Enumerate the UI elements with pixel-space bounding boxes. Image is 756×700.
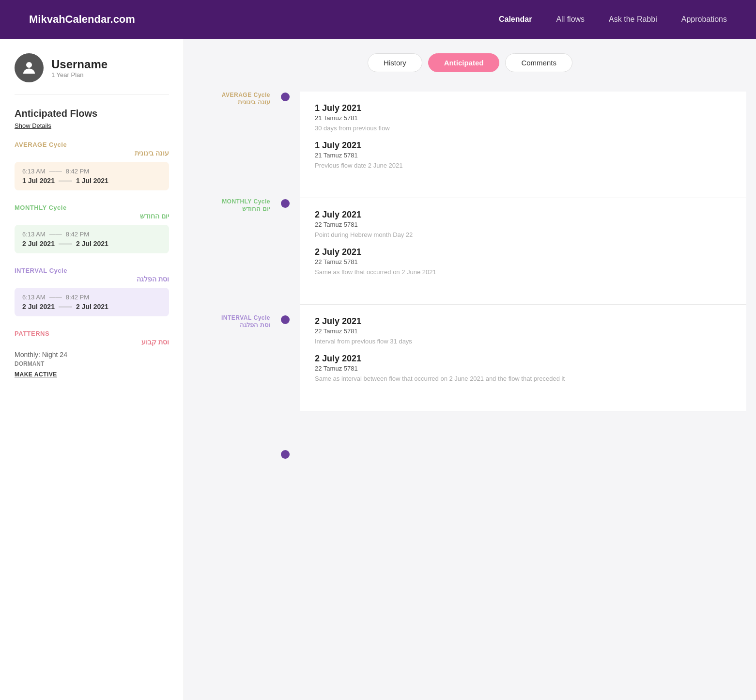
average-times: 6:13 AM —— 8:42 PM — [22, 168, 161, 175]
tab-anticipated[interactable]: Anticipated — [428, 53, 500, 72]
detail-card-interval: 2 July 2021 22 Tamuz 5781 Interval from … — [300, 305, 746, 411]
average-dash: —— — [49, 168, 62, 175]
user-section: Username 1 Year Plan — [15, 53, 169, 94]
average-cycle-block: AVERAGE Cycle עונה בינונית 6:13 AM —— 8:… — [15, 141, 169, 190]
avatar — [15, 53, 44, 82]
patterns-label-he: וסת קבוע — [15, 338, 169, 346]
detail-card-monthly: 2 July 2021 22 Tamuz 5781 Point during H… — [300, 198, 746, 305]
timeline-col: AVERAGE Cycle עונה בינונית MONTHLY Cycle — [194, 92, 300, 459]
nav-approbations[interactable]: Approbations — [681, 15, 727, 24]
timeline-label-monthly: MONTHLY Cycle יום החודש — [194, 198, 280, 212]
header: MikvahCalendar.com Calendar All flows As… — [0, 0, 756, 39]
interval-cycle-label-en: INTERVAL Cycle — [15, 267, 169, 274]
interval-times: 6:13 AM —— 8:42 PM — [22, 294, 161, 301]
right-content: History Anticipated Comments AVERAGE Cyc… — [184, 39, 756, 700]
monthly-detail1-hebrew: 22 Tamuz 5781 — [315, 221, 732, 228]
timeline-dot-monthly — [281, 199, 290, 208]
average-detail1-desc: 30 days from previous flow — [315, 124, 732, 132]
interval-time-end: 8:42 PM — [66, 294, 89, 301]
timeline-area: AVERAGE Cycle עונה בינונית MONTHLY Cycle — [184, 92, 756, 459]
average-detail1-date: 1 July 2021 — [315, 103, 732, 113]
tl-monthly-he: יום החודש — [194, 205, 270, 212]
user-plan-label: 1 Year Plan — [51, 71, 108, 78]
timeline-entry-interval: INTERVAL Cycle וסת הפלגה — [194, 314, 300, 450]
user-info: Username 1 Year Plan — [51, 58, 108, 78]
monthly-detail2-hebrew: 22 Tamuz 5781 — [315, 258, 732, 265]
make-active-link[interactable]: MAKE ACTIVE — [15, 371, 169, 378]
details-area: 1 July 2021 21 Tamuz 5781 30 days from p… — [300, 92, 746, 459]
average-date-start: 1 Jul 2021 — [22, 177, 55, 185]
average-date-dash: —— — [59, 177, 72, 185]
average-cycle-label-he: עונה בינונית — [15, 149, 169, 157]
tl-interval-he: וסת הפלגה — [194, 321, 270, 328]
tl-average-en: AVERAGE Cycle — [194, 92, 270, 98]
interval-detail1-desc: Interval from previous flow 31 days — [315, 338, 732, 345]
user-icon — [20, 59, 38, 77]
interval-detail2-hebrew: 22 Tamuz 5781 — [315, 365, 732, 372]
interval-detail2-desc: Same as interval between flow that occur… — [315, 375, 732, 382]
monthly-detail1-date: 2 July 2021 — [315, 210, 732, 220]
tl-average-he: עונה בינונית — [194, 98, 270, 106]
interval-cycle-label-he: וסת הפלגה — [15, 275, 169, 283]
timeline-dot-average — [281, 93, 290, 101]
detail-card-average: 1 July 2021 21 Tamuz 5781 30 days from p… — [300, 92, 746, 198]
timeline-label-interval: INTERVAL Cycle וסת הפלגה — [194, 314, 280, 328]
patterns-block: PATTERNS וסת קבוע Monthly: Night 24 DORM… — [15, 330, 169, 378]
average-dates: 1 Jul 2021 —— 1 Jul 2021 — [22, 177, 161, 185]
brand-logo: MikvahCalendar.com — [29, 13, 135, 26]
sidebar: Username 1 Year Plan Anticipated Flows S… — [0, 39, 184, 700]
interval-cycle-block: INTERVAL Cycle וסת הפלגה 6:13 AM —— 8:42… — [15, 267, 169, 316]
interval-detail1-date: 2 July 2021 — [315, 316, 732, 327]
nav-all-flows[interactable]: All flows — [556, 15, 585, 24]
average-cycle-label-en: AVERAGE Cycle — [15, 141, 169, 148]
timeline-label-average: AVERAGE Cycle עונה בינונית — [194, 92, 280, 106]
username-label: Username — [51, 58, 108, 71]
interval-detail1-hebrew: 22 Tamuz 5781 — [315, 327, 732, 335]
monthly-dates: 2 Jul 2021 —— 2 Jul 2021 — [22, 240, 161, 248]
interval-dates: 2 Jul 2021 —— 2 Jul 2021 — [22, 303, 161, 311]
timeline-dot-interval — [281, 315, 290, 324]
timeline-entry-average: AVERAGE Cycle עונה בינונית — [194, 92, 300, 198]
main-nav: Calendar All flows Ask the Rabbi Approba… — [499, 15, 727, 24]
average-time-end: 8:42 PM — [66, 168, 89, 175]
average-time-start: 6:13 AM — [22, 168, 46, 175]
average-detail2-date: 1 July 2021 — [315, 140, 732, 151]
average-detail2-desc: Previous flow date 2 June 2021 — [315, 162, 732, 169]
average-detail2-hebrew: 21 Tamuz 5781 — [315, 152, 732, 159]
monthly-time-end: 8:42 PM — [66, 231, 89, 238]
patterns-content: Monthly: Night 24 — [15, 351, 169, 358]
nav-ask-rabbi[interactable]: Ask the Rabbi — [609, 15, 657, 24]
anticipated-flows-title: Anticipated Flows — [15, 108, 169, 119]
monthly-detail2-desc: Same as flow that occurred on 2 June 202… — [315, 268, 732, 276]
monthly-cycle-label-he: יום החודש — [15, 212, 169, 220]
tl-interval-en: INTERVAL Cycle — [194, 314, 270, 321]
average-detail1-hebrew: 21 Tamuz 5781 — [315, 114, 732, 122]
timeline-entry-monthly: MONTHLY Cycle יום החודש — [194, 198, 300, 314]
tl-monthly-en: MONTHLY Cycle — [194, 198, 270, 205]
tab-history[interactable]: History — [368, 53, 422, 72]
interval-date-start: 2 Jul 2021 — [22, 303, 55, 311]
timeline-dot-bottom — [281, 450, 290, 459]
monthly-date-start: 2 Jul 2021 — [22, 240, 55, 248]
show-details-link[interactable]: Show Details — [15, 122, 169, 129]
svg-point-0 — [26, 62, 32, 68]
interval-time-start: 6:13 AM — [22, 294, 46, 301]
dormant-badge: DORMANT — [15, 360, 169, 367]
monthly-detail2-date: 2 July 2021 — [315, 247, 732, 257]
monthly-time-start: 6:13 AM — [22, 231, 46, 238]
nav-calendar[interactable]: Calendar — [499, 15, 532, 24]
patterns-label-en: PATTERNS — [15, 330, 169, 337]
interval-detail2-date: 2 July 2021 — [315, 354, 732, 364]
tabs-row: History Anticipated Comments — [184, 53, 756, 72]
average-cycle-card: 6:13 AM —— 8:42 PM 1 Jul 2021 —— 1 Jul 2… — [15, 162, 169, 190]
tab-comments[interactable]: Comments — [505, 53, 572, 72]
monthly-cycle-label-en: MONTHLY Cycle — [15, 204, 169, 211]
monthly-detail1-desc: Point during Hebrew month Day 22 — [315, 231, 732, 238]
main-layout: Username 1 Year Plan Anticipated Flows S… — [0, 39, 756, 700]
monthly-cycle-block: MONTHLY Cycle יום החודש 6:13 AM —— 8:42 … — [15, 204, 169, 253]
interval-date-end: 2 Jul 2021 — [76, 303, 108, 311]
monthly-date-end: 2 Jul 2021 — [76, 240, 108, 248]
monthly-cycle-card: 6:13 AM —— 8:42 PM 2 Jul 2021 —— 2 Jul 2… — [15, 225, 169, 253]
monthly-times: 6:13 AM —— 8:42 PM — [22, 231, 161, 238]
average-date-end: 1 Jul 2021 — [76, 177, 108, 185]
